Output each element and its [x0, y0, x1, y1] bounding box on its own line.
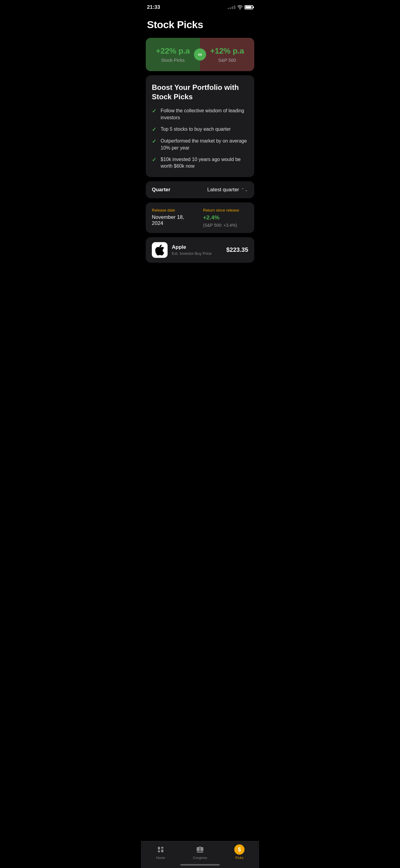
quarter-value: Latest quarter [207, 187, 239, 193]
feature-list: ✓ Follow the collective wisdom of leadin… [152, 107, 248, 169]
stock-picks-label: Stock Picks [161, 58, 185, 63]
battery-icon [245, 5, 253, 9]
stock-name: Apple [172, 244, 222, 250]
feature-text-4: $10k invested 10 years ago would be wort… [161, 156, 248, 170]
return-value-container: +2.4% (S&P 500: +3.4%) [203, 214, 248, 227]
return-col: Return since release +2.4% (S&P 500: +3.… [203, 208, 248, 227]
check-icon-2: ✓ [152, 126, 156, 133]
stock-sublabel: Est. Investor Buy Price [172, 251, 222, 256]
release-date-label: Release date [152, 208, 197, 213]
feature-item-1: ✓ Follow the collective wisdom of leadin… [152, 107, 248, 121]
comparison-right: +12% p.a S&P 500 [200, 38, 254, 71]
feature-item-4: ✓ $10k invested 10 years ago would be wo… [152, 156, 248, 170]
status-icons [228, 5, 253, 9]
release-date-col: Release date November 18, 2024 [152, 208, 197, 227]
check-icon-4: ✓ [152, 156, 156, 163]
sp500-percentage: +12% p.a [210, 46, 244, 56]
page-title: Stock Picks [141, 13, 259, 38]
sp500-label: S&P 500 [218, 58, 236, 63]
comparison-left: +22% p.a Stock Picks [146, 38, 200, 71]
feature-text-2: Top 5 stocks to buy each quarter [161, 126, 231, 132]
return-label: Return since release [203, 208, 248, 213]
quarter-selector-card[interactable]: Quarter Latest quarter ⌃⌄ [146, 181, 254, 198]
feature-text-3: Outperformed the market by on average 10… [161, 138, 248, 151]
quarter-label: Quarter [152, 187, 170, 193]
apple-logo-icon [155, 245, 164, 255]
stock-logo [152, 242, 168, 258]
feature-item-3: ✓ Outperformed the market by on average … [152, 138, 248, 151]
vs-badge: vs [194, 49, 206, 61]
return-benchmark: (S&P 500: +3.4%) [203, 223, 237, 227]
stock-item-card[interactable]: Apple Est. Investor Buy Price $223.35 [146, 237, 254, 263]
chevron-updown-icon: ⌃⌄ [241, 187, 248, 192]
return-positive-value: +2.4% [203, 214, 220, 221]
release-date-card: Release date November 18, 2024 Return si… [146, 203, 254, 233]
boost-card: Boost Your Portfolio with Stock Picks ✓ … [146, 75, 254, 177]
main-content: +22% p.a Stock Picks vs +12% p.a S&P 500… [141, 38, 259, 293]
stock-picks-percentage: +22% p.a [156, 46, 190, 56]
check-icon-3: ✓ [152, 138, 156, 145]
wifi-icon [237, 5, 243, 9]
stock-info: Apple Est. Investor Buy Price [172, 244, 222, 256]
feature-text-1: Follow the collective wisdom of leading … [161, 107, 248, 121]
comparison-card: +22% p.a Stock Picks vs +12% p.a S&P 500 [146, 38, 254, 71]
quarter-value-selector[interactable]: Latest quarter ⌃⌄ [207, 187, 248, 193]
feature-item-2: ✓ Top 5 stocks to buy each quarter [152, 126, 248, 133]
boost-title: Boost Your Portfolio with Stock Picks [152, 83, 248, 101]
release-date-value: November 18, 2024 [152, 214, 197, 226]
status-time: 21:33 [147, 4, 160, 10]
stock-price: $223.35 [226, 246, 248, 253]
check-icon-1: ✓ [152, 108, 156, 115]
status-bar: 21:33 [141, 0, 259, 13]
signal-icon [228, 5, 235, 9]
